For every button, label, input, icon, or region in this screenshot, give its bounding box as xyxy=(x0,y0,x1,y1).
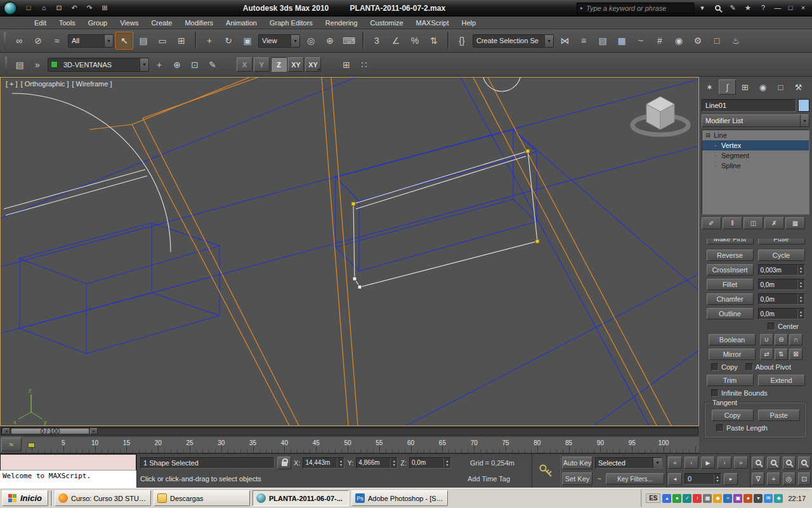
display-tab-icon[interactable]: □ xyxy=(772,79,789,95)
about-pivot-checkbox[interactable] xyxy=(745,363,753,371)
maximize-viewport-icon[interactable]: ⊡ xyxy=(798,472,811,485)
keyframe-marker[interactable] xyxy=(28,443,35,448)
rendered-frame-window-icon[interactable]: □ xyxy=(708,32,726,50)
infocenter-search-input[interactable]: ▸ Type a keyword or phrase xyxy=(577,3,694,13)
help-icon[interactable]: ? xyxy=(756,3,770,14)
time-slider-next-icon[interactable]: ▸ xyxy=(90,428,98,434)
schematic-view-icon[interactable]: # xyxy=(651,32,669,50)
crossinsert-spinner[interactable]: 0,003m ▴▾ xyxy=(758,264,805,276)
coord-z-field[interactable]: 0,0m▴▾ xyxy=(409,457,451,469)
zoom-icon[interactable] xyxy=(752,457,764,469)
fillet-spinner[interactable]: 0,0m ▴▾ xyxy=(758,279,805,290)
center-checkbox[interactable] xyxy=(768,323,775,330)
language-indicator[interactable]: ES xyxy=(646,493,660,503)
mirror-both-icon[interactable]: ⊠ xyxy=(789,349,802,360)
toolbar-grip[interactable] xyxy=(5,57,7,73)
create-new-layer-icon[interactable]: + xyxy=(151,57,167,73)
menu-animation[interactable]: Animation xyxy=(219,18,263,28)
viewport-canvas[interactable]: z x y xyxy=(1,77,698,425)
crossinsert-button[interactable]: CrossInsert xyxy=(707,264,754,276)
pin-stack-icon[interactable]: ✐ xyxy=(702,217,721,229)
macro-recorder-field[interactable] xyxy=(0,454,136,471)
chamfer-spinner[interactable]: 0,0m ▴▾ xyxy=(758,293,805,305)
task-descargas[interactable]: Descargas xyxy=(154,490,250,506)
select-and-scale-icon[interactable]: ▣ xyxy=(239,32,256,50)
menu-views[interactable]: Views xyxy=(114,18,145,28)
percent-snap-icon[interactable]: % xyxy=(406,32,424,50)
snap-settings-icon[interactable]: ∷ xyxy=(356,57,372,73)
favorites-icon[interactable]: ★ xyxy=(741,3,755,14)
trim-button[interactable]: Trim xyxy=(707,375,754,386)
dropdown-arrow-icon[interactable]: ▼ xyxy=(140,58,148,71)
key-filters-icon[interactable]: ~ xyxy=(595,475,603,483)
zoom-extents-icon[interactable] xyxy=(783,457,796,469)
task-planta-2011-06-07[interactable]: PLANTA-2011-06-07-... xyxy=(252,490,349,506)
tangent-paste-button[interactable]: Paste xyxy=(758,410,800,421)
select-and-link-icon[interactable]: ∞ xyxy=(10,32,28,50)
utilities-tab-icon[interactable]: ⚒ xyxy=(790,79,807,95)
axis-plane-constraint-flyout[interactable]: XY xyxy=(305,57,321,72)
time-slider-track[interactable]: ◂ 0 / 100 ▸ xyxy=(1,427,698,436)
dropdown-arrow-icon[interactable]: ▼ xyxy=(653,458,662,468)
infinite-bounds-checkbox[interactable] xyxy=(711,389,719,397)
viewport-shading-menu[interactable]: [ Wireframe ] xyxy=(72,80,112,88)
show-end-result-icon[interactable]: ‖ xyxy=(723,217,742,229)
spinner-arrows-icon[interactable]: ▴▾ xyxy=(443,458,450,468)
paste-length-checkbox[interactable] xyxy=(716,424,724,432)
open-mini-curve-editor-button[interactable]: ≈ xyxy=(1,438,22,451)
new-scene-icon[interactable]: □ xyxy=(22,3,36,14)
track-bar[interactable]: ≈ 51015202530354045505560657075808590951… xyxy=(0,436,699,453)
play-icon[interactable]: ▶ xyxy=(701,457,715,469)
current-layer-dropdown[interactable]: 3D-VENTANAS ▼ xyxy=(48,58,149,72)
hierarchy-tab-icon[interactable]: ⊞ xyxy=(737,79,754,95)
keyboard-shortcut-override-icon[interactable]: ⌨ xyxy=(340,32,358,50)
zoom-all-icon[interactable] xyxy=(767,457,780,469)
named-selection-sets-dropdown[interactable]: Create Selection Se▼ xyxy=(473,34,554,48)
chamfer-button[interactable]: Chamfer xyxy=(707,293,754,305)
reverse-button[interactable]: Reverse xyxy=(707,250,754,261)
bind-to-space-warp-icon[interactable]: ≈ xyxy=(48,32,66,50)
set-key-button[interactable]: Set Key xyxy=(562,472,593,485)
add-to-current-layer-icon[interactable]: ⊕ xyxy=(169,57,185,73)
manage-links-icon[interactable]: ⊞ xyxy=(98,3,112,14)
viewport-general-menu[interactable]: [ + ] xyxy=(6,80,18,88)
go-to-end-icon[interactable]: » xyxy=(734,457,748,469)
graphite-tools-icon[interactable]: ▦ xyxy=(613,32,631,50)
mirror-button[interactable]: Mirror xyxy=(709,349,756,360)
zoom-region-icon[interactable] xyxy=(798,457,811,469)
redo-icon[interactable]: ↷ xyxy=(82,3,96,14)
object-color-swatch[interactable] xyxy=(798,99,809,112)
boolean-subtract-icon[interactable]: ⊖ xyxy=(775,334,788,345)
spinner-arrows-icon[interactable]: ▴▾ xyxy=(797,294,804,304)
track-bar-ruler[interactable]: 5101520253035404550556065707580859095100 xyxy=(23,436,699,453)
layer-flyout-icon[interactable]: » xyxy=(29,57,46,73)
tray-icon-5[interactable]: ▦ xyxy=(703,494,712,503)
menu-graph-editors[interactable]: Graph Editors xyxy=(263,18,319,28)
select-by-name-icon[interactable]: ▤ xyxy=(134,32,152,50)
mirror-horizontal-icon[interactable]: ⇄ xyxy=(760,349,773,360)
communication-center-icon[interactable]: ✎ xyxy=(726,3,740,14)
go-to-start-icon[interactable]: « xyxy=(668,457,682,469)
key-selection-set-dropdown[interactable]: Selected▼ xyxy=(595,457,662,469)
align-icon[interactable]: ≡ xyxy=(575,32,593,50)
render-setup-icon[interactable]: ⚙ xyxy=(689,32,707,50)
selection-filter-dropdown[interactable]: All▼ xyxy=(68,34,114,48)
boolean-button[interactable]: Boolean xyxy=(709,334,756,345)
spinner-snap-icon[interactable]: ⇅ xyxy=(425,32,443,50)
viewport[interactable]: z x y [ + ] [ Orthographic ] [ Wireframe… xyxy=(0,77,699,426)
object-name-field[interactable]: Line01 xyxy=(702,99,796,112)
maxscript-mini-listener[interactable]: Welcome to MAXScript. xyxy=(0,454,137,488)
next-frame-icon[interactable]: › xyxy=(717,457,731,469)
fillet-button[interactable]: Fillet xyxy=(707,279,754,290)
layer-manager-icon[interactable]: ▤ xyxy=(594,32,612,50)
make-unique-icon[interactable]: ◫ xyxy=(743,217,763,229)
remove-modifier-icon[interactable]: ✗ xyxy=(764,217,784,229)
open-file-icon[interactable]: ⌂ xyxy=(37,3,51,14)
tray-icon-10[interactable]: ▾ xyxy=(754,494,763,503)
spinner-arrows-icon[interactable]: ▴▾ xyxy=(797,279,804,290)
tray-icon-6[interactable]: ◆ xyxy=(713,494,722,503)
viewcube[interactable] xyxy=(632,97,688,135)
restore-icon[interactable]: □ xyxy=(784,3,797,14)
stack-item-spline[interactable]: ·Spline xyxy=(702,161,809,171)
maxscript-listener-field[interactable]: Welcome to MAXScript. xyxy=(0,471,136,488)
